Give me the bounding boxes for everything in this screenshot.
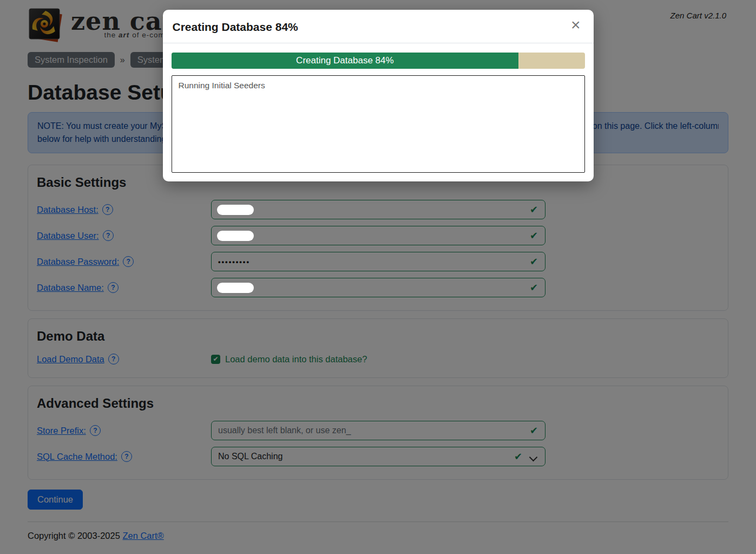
creating-database-modal: Creating Database 84% × Creating Databas… — [163, 10, 594, 181]
modal-header: Creating Database 84% × — [163, 10, 594, 43]
modal-title: Creating Database 84% — [173, 21, 298, 33]
progress-label: Creating Database 84% — [296, 55, 394, 66]
progress-fill: Creating Database 84% — [172, 53, 519, 69]
install-log-output: Running Initial Seeders — [172, 75, 585, 173]
modal-body: Creating Database 84% Running Initial Se… — [163, 43, 594, 181]
close-icon[interactable]: × — [568, 16, 584, 34]
redaction-pill — [217, 283, 254, 293]
progress-bar: Creating Database 84% — [172, 53, 585, 69]
redaction-pill — [217, 231, 254, 241]
redaction-pill — [217, 205, 254, 215]
